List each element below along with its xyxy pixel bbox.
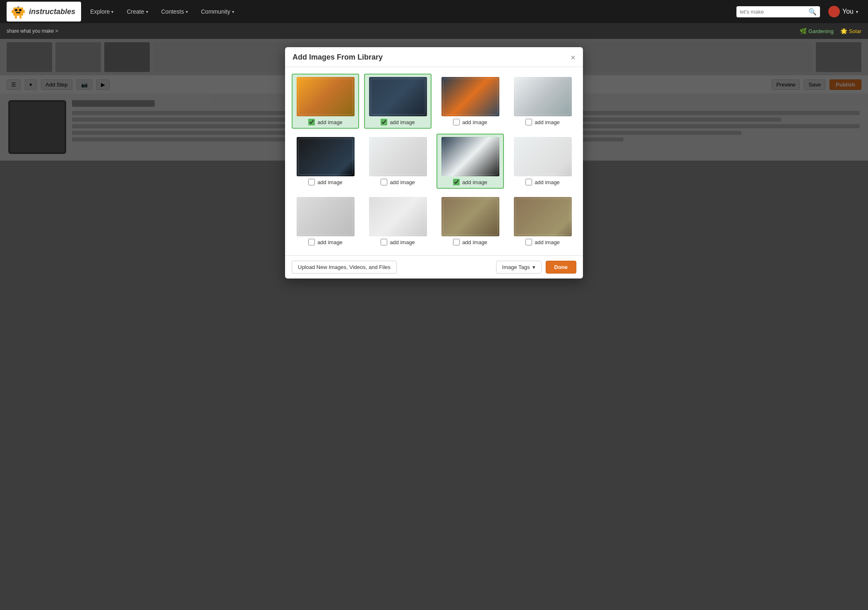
image-checkbox-9[interactable] <box>308 239 315 245</box>
thumb-overlay-11 <box>443 199 498 235</box>
modal-overlay: Add Images From Library × add imageadd i… <box>0 39 868 610</box>
image-checkbox-3[interactable] <box>453 119 460 125</box>
image-item-5[interactable]: add image <box>292 134 359 189</box>
image-checkbox-10[interactable] <box>381 239 387 245</box>
image-checkbox-12[interactable] <box>525 239 532 245</box>
search-input[interactable] <box>740 9 806 15</box>
search-icon[interactable]: 🔍 <box>808 8 817 16</box>
solar-label: Solar <box>849 28 861 34</box>
image-label-row-4: add image <box>525 119 560 125</box>
image-item-4[interactable]: add image <box>509 74 576 129</box>
done-btn[interactable]: Done <box>546 261 577 274</box>
image-thumb-10 <box>369 197 427 236</box>
add-images-modal: Add Images From Library × add imageadd i… <box>285 47 583 279</box>
image-thumb-7 <box>441 137 499 176</box>
image-label-11: add image <box>462 239 487 245</box>
gardening-badge[interactable]: 🌿 Gardening <box>800 28 834 34</box>
community-nav-btn[interactable]: Community ▾ <box>197 7 238 17</box>
image-label-row-2: add image <box>381 119 415 125</box>
navbar: instructables Explore ▾ Create ▾ Contest… <box>0 0 868 23</box>
image-checkbox-1[interactable] <box>308 119 315 125</box>
image-thumb-1 <box>297 77 355 116</box>
image-thumb-12 <box>514 197 572 236</box>
gardening-label: Gardening <box>808 28 834 34</box>
image-label-row-6: add image <box>381 179 415 185</box>
image-checkbox-8[interactable] <box>525 179 532 185</box>
user-label: You <box>842 8 854 15</box>
image-label-10: add image <box>390 239 415 245</box>
image-checkbox-2[interactable] <box>381 119 387 125</box>
image-label-row-5: add image <box>308 179 343 185</box>
image-label-6: add image <box>390 179 415 185</box>
image-item-1[interactable]: add image <box>292 74 359 129</box>
image-checkbox-7[interactable] <box>453 179 460 185</box>
svg-rect-1 <box>15 9 17 11</box>
image-label-row-12: add image <box>525 239 560 245</box>
create-nav-btn[interactable]: Create ▾ <box>122 7 152 17</box>
image-grid: add imageadd imageadd imageadd imageadd … <box>292 74 576 249</box>
secondary-navbar: share what you make > 🌿 Gardening 🌟 Sola… <box>0 23 868 39</box>
contests-chevron-icon: ▾ <box>186 10 188 14</box>
image-thumb-5 <box>297 137 355 176</box>
thumb-overlay-3 <box>443 79 498 115</box>
create-chevron-icon: ▾ <box>146 10 148 14</box>
thumb-overlay-5 <box>298 139 353 175</box>
image-item-12[interactable]: add image <box>509 194 576 249</box>
image-label-5: add image <box>317 179 343 185</box>
image-item-3[interactable]: add image <box>436 74 504 129</box>
image-label-1: add image <box>317 119 343 125</box>
image-thumb-4 <box>514 77 572 116</box>
image-item-8[interactable]: add image <box>509 134 576 189</box>
image-item-9[interactable]: add image <box>292 194 359 249</box>
image-item-6[interactable]: add image <box>364 134 432 189</box>
image-label-row-8: add image <box>525 179 560 185</box>
image-label-8: add image <box>535 179 560 185</box>
explore-nav-btn[interactable]: Explore ▾ <box>86 7 117 17</box>
image-thumb-2 <box>369 77 427 116</box>
modal-body[interactable]: add imageadd imageadd imageadd imageadd … <box>285 67 583 255</box>
image-item-7[interactable]: add image <box>436 134 504 189</box>
image-item-11[interactable]: add image <box>436 194 504 249</box>
thumb-overlay-10 <box>371 199 425 235</box>
modal-title: Add Images From Library <box>293 53 383 62</box>
logo-text: instructables <box>29 7 75 16</box>
community-chevron-icon: ▾ <box>232 10 234 14</box>
svg-rect-6 <box>23 10 25 13</box>
image-label-2: add image <box>390 119 415 125</box>
image-label-row-1: add image <box>308 119 343 125</box>
svg-rect-3 <box>16 12 20 13</box>
tags-chevron-icon: ▾ <box>532 264 535 270</box>
contests-nav-btn[interactable]: Contests ▾ <box>157 7 192 17</box>
image-checkbox-4[interactable] <box>525 119 532 125</box>
image-checkbox-5[interactable] <box>308 179 315 185</box>
logo[interactable]: instructables <box>7 2 81 22</box>
modal-close-btn[interactable]: × <box>571 53 575 62</box>
svg-rect-2 <box>19 9 22 11</box>
thumb-overlay-2 <box>371 79 425 115</box>
image-label-row-10: add image <box>381 239 415 245</box>
user-chevron-icon: ▾ <box>856 10 858 14</box>
image-item-2[interactable]: add image <box>364 74 432 129</box>
explore-chevron-icon: ▾ <box>111 10 113 14</box>
image-item-10[interactable]: add image <box>364 194 432 249</box>
image-tags-btn[interactable]: Image Tags ▾ <box>496 261 542 274</box>
svg-rect-5 <box>12 10 13 13</box>
image-label-9: add image <box>317 239 343 245</box>
thumb-overlay-6 <box>371 139 425 175</box>
image-thumb-11 <box>441 197 499 236</box>
solar-icon: 🌟 <box>840 28 847 34</box>
thumb-overlay-7 <box>443 139 498 175</box>
solar-badge[interactable]: 🌟 Solar <box>840 28 861 34</box>
logo-robot-icon <box>10 3 26 20</box>
modal-footer: Upload New Images, Videos, and Files Ima… <box>285 255 583 279</box>
upload-btn[interactable]: Upload New Images, Videos, and Files <box>292 261 397 274</box>
thumb-overlay-1 <box>298 79 353 115</box>
gardening-icon: 🌿 <box>800 28 807 34</box>
image-checkbox-6[interactable] <box>381 179 387 185</box>
tagline: share what you make > <box>7 28 58 34</box>
image-label-3: add image <box>462 119 487 125</box>
thumb-overlay-4 <box>516 79 570 115</box>
image-label-row-3: add image <box>453 119 487 125</box>
user-menu[interactable]: You ▾ <box>825 4 861 19</box>
image-checkbox-11[interactable] <box>453 239 460 245</box>
